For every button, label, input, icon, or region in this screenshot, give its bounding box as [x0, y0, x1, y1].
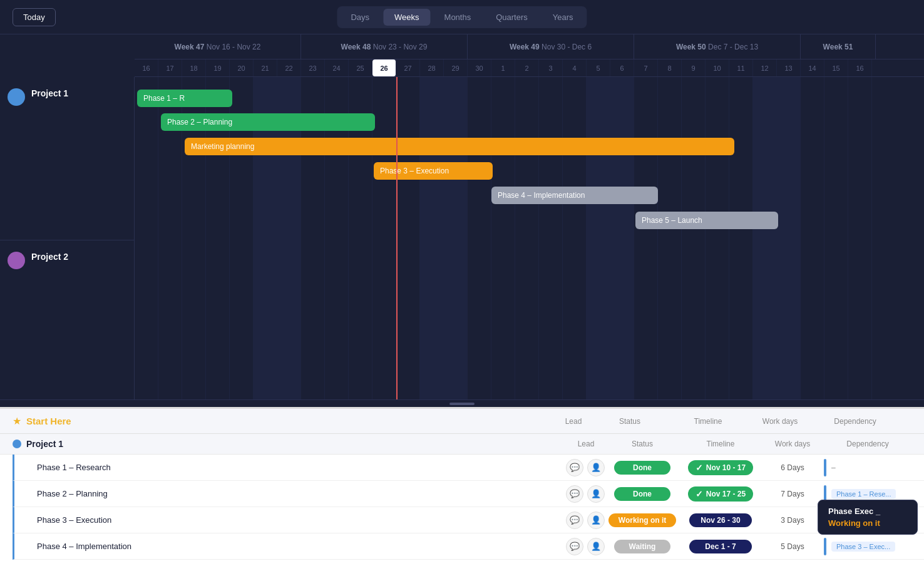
day-cell-21: 21 — [254, 59, 277, 76]
gantt-scroll[interactable] — [0, 399, 924, 407]
tab-months[interactable]: Months — [433, 9, 483, 26]
tooltip-status: Working on it — [828, 518, 907, 528]
task-name: Phase 4 – Implementation — [37, 542, 562, 551]
week-49: Week 49 Nov 30 - Dec 6 — [468, 34, 634, 59]
day-cell-25: 25 — [349, 59, 372, 76]
dep-bar — [824, 459, 826, 476]
day-headers: 1617181920212223242526272829301234567891… — [135, 59, 924, 77]
bars-area: Phase 1 – RPhase 2 – PlanningMarketing p… — [135, 77, 924, 399]
table-row: Phase 1 – Research 💬 👤 Done ✓ Nov 10 - 1… — [13, 455, 924, 481]
gantt-left: Project 1 Project 2 — [0, 77, 135, 399]
task-list: Phase 1 – Research 💬 👤 Done ✓ Nov 10 - 1… — [0, 455, 924, 566]
project-1-icon — [8, 88, 25, 106]
table-row: Phase 2 – Planning 💬 👤 Done ✓ Nov 17 - 2… — [13, 481, 924, 507]
day-cell-16: 16 — [135, 59, 158, 76]
project-2-icon — [8, 252, 25, 269]
day-cell-4: 4 — [563, 59, 587, 76]
day-cell-23: 23 — [301, 59, 325, 76]
day-cell-30: 30 — [468, 59, 491, 76]
scroll-indicator — [449, 403, 475, 405]
user-button[interactable]: 👤 — [587, 512, 605, 529]
comment-button[interactable]: 💬 — [566, 512, 583, 529]
dep-text: Phase 1 – Rese... — [831, 489, 896, 499]
proj-col-timeline: Timeline — [680, 440, 761, 448]
workdays-text: 5 Days — [761, 542, 824, 551]
dep-text: – — [831, 463, 836, 472]
gantt-bar[interactable]: Marketing planning — [185, 138, 734, 155]
day-cell-22: 22 — [277, 59, 301, 76]
day-cell-13: 13 — [777, 59, 801, 76]
day-cell-28: 28 — [420, 59, 444, 76]
user-button[interactable]: 👤 — [587, 459, 605, 476]
col-workdays-top: Work days — [749, 417, 811, 426]
today-button[interactable]: Today — [13, 8, 56, 26]
user-button[interactable]: 👤 — [587, 538, 605, 555]
tab-weeks[interactable]: Weeks — [383, 9, 431, 26]
status-badge: Working on it — [608, 513, 676, 527]
tab-quarters[interactable]: Quarters — [485, 9, 539, 26]
timeline-badge: ✓ Nov 10 - 17 — [688, 460, 753, 475]
project-1-section-header: Project 1 Lead Status Timeline Work days… — [0, 434, 924, 455]
week-47: Week 47 Nov 16 - Nov 22 — [135, 34, 301, 59]
tab-years[interactable]: Years — [542, 9, 585, 26]
dep-bar — [824, 538, 826, 555]
gantt-section: Week 47 Nov 16 - Nov 22 Week 48 Nov 23 -… — [0, 34, 924, 407]
day-cell-24: 24 — [325, 59, 349, 76]
bottom-section: ★ Start Here Lead Status Timeline Work d… — [0, 407, 924, 566]
project-1-label: Project 1 — [0, 77, 134, 240]
day-cell-10: 10 — [706, 59, 729, 76]
top-col-headers: Lead Status Timeline Work days Dependenc… — [555, 417, 911, 426]
top-nav: Today Days Weeks Months Quarters Years — [0, 0, 924, 34]
day-cell-11: 11 — [729, 59, 753, 76]
col-timeline-top: Timeline — [667, 417, 749, 426]
timeline-badge: Nov 26 - 30 — [689, 513, 752, 527]
col-lead-top: Lead — [555, 417, 592, 426]
week-50: Week 50 Dec 7 - Dec 13 — [634, 34, 801, 59]
comment-button[interactable]: 💬 — [566, 538, 583, 555]
day-cell-26: 26 — [372, 59, 396, 76]
gantt-bar[interactable]: Phase 2 – Planning — [161, 113, 375, 131]
status-badge: Done — [614, 487, 670, 501]
week-48: Week 48 Nov 23 - Nov 29 — [301, 34, 468, 59]
start-here-label: Start Here — [26, 416, 550, 426]
project-1-circle — [13, 440, 21, 448]
gantt-bar[interactable]: Phase 1 – R — [137, 90, 232, 107]
gantt-bar[interactable]: Phase 4 – Implementation — [491, 187, 658, 204]
status-badge: Waiting — [614, 540, 670, 553]
workdays-text: 6 Days — [761, 463, 824, 472]
day-cell-1: 1 — [491, 59, 515, 76]
day-cell-8: 8 — [658, 59, 682, 76]
comment-button[interactable]: 💬 — [566, 485, 583, 503]
table-row: Phase 3 – Execution 💬 👤 Working on it No… — [13, 507, 924, 533]
week-headers: Week 47 Nov 16 - Nov 22 Week 48 Nov 23 -… — [135, 34, 924, 59]
day-cell-14: 14 — [801, 59, 824, 76]
today-line — [396, 77, 398, 399]
workdays-text: 3 Days — [761, 516, 824, 525]
day-cell-7: 7 — [634, 59, 658, 76]
tab-days[interactable]: Days — [339, 9, 381, 26]
day-cell-19: 19 — [206, 59, 230, 76]
task-name: Phase 3 – Execution — [37, 515, 562, 525]
proj-col-status: Status — [605, 440, 680, 448]
task-name: Phase 1 – Research — [37, 463, 562, 472]
gantt-bar[interactable]: Phase 3 – Execution — [374, 162, 493, 180]
proj-col-lead: Lead — [567, 440, 605, 448]
user-button[interactable]: 👤 — [587, 485, 605, 503]
tooltip-title: Phase Exec _ — [828, 507, 907, 516]
proj-col-dep: Dependency — [824, 440, 911, 448]
day-cell-2: 2 — [515, 59, 539, 76]
project-1-name: Project 1 — [26, 439, 562, 449]
day-cell-20: 20 — [230, 59, 254, 76]
timeline-badge: ✓ Nov 17 - 25 — [688, 486, 753, 502]
gantt-grid[interactable]: Phase 1 – RPhase 2 – PlanningMarketing p… — [135, 77, 924, 399]
comment-button[interactable]: 💬 — [566, 459, 583, 476]
day-cell-6: 6 — [610, 59, 634, 76]
table-row: Phase 4 – Implementation 💬 👤 Waiting Dec… — [13, 533, 924, 560]
col-status-top: Status — [592, 417, 667, 426]
day-cell-12: 12 — [753, 59, 777, 76]
day-cell-3: 3 — [539, 59, 563, 76]
start-here-icon: ★ — [13, 415, 21, 427]
day-cell-9: 9 — [682, 59, 706, 76]
day-cell-17: 17 — [158, 59, 182, 76]
gantt-bar[interactable]: Phase 5 – Launch — [635, 212, 778, 229]
